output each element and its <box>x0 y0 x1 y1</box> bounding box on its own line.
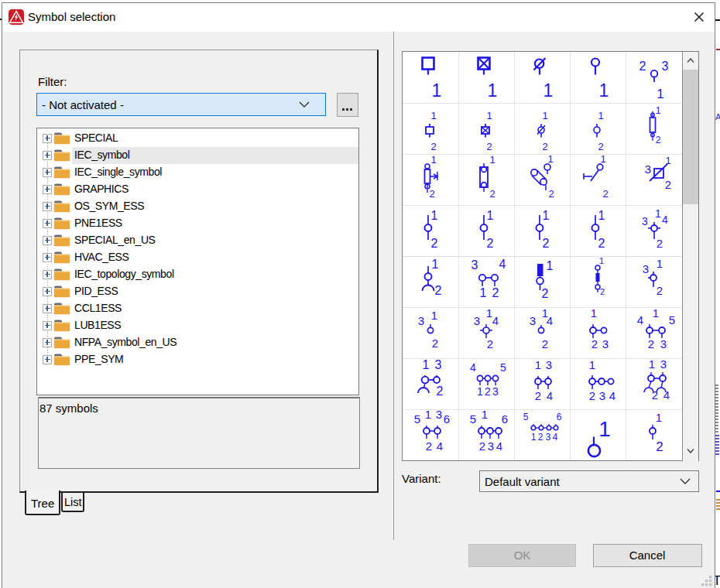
svg-text:1: 1 <box>653 307 659 320</box>
svg-text:1: 1 <box>589 358 595 371</box>
svg-text:2: 2 <box>657 439 663 454</box>
svg-text:4: 4 <box>609 389 615 402</box>
svg-text:2: 2 <box>489 188 495 200</box>
svg-text:2: 2 <box>486 140 492 152</box>
svg-text:2: 2 <box>598 237 605 250</box>
svg-text:5: 5 <box>470 412 476 426</box>
svg-text:3: 3 <box>471 258 478 272</box>
svg-text:4: 4 <box>663 388 670 402</box>
svg-text:1: 1 <box>486 109 492 121</box>
svg-text:1: 1 <box>656 411 662 424</box>
svg-text:2: 2 <box>598 140 603 152</box>
svg-text:2: 2 <box>589 389 595 402</box>
svg-text:6: 6 <box>502 412 508 426</box>
svg-text:1: 1 <box>599 256 604 265</box>
svg-text:4: 4 <box>470 361 476 374</box>
svg-text:1: 1 <box>424 409 430 421</box>
svg-text:1: 1 <box>477 385 483 398</box>
svg-text:1: 1 <box>430 154 436 166</box>
svg-text:1: 1 <box>598 109 603 121</box>
svg-text:5: 5 <box>523 412 529 422</box>
svg-text:1: 1 <box>598 209 605 222</box>
svg-text:3: 3 <box>417 314 423 327</box>
svg-text:2: 2 <box>542 140 547 152</box>
svg-text:5: 5 <box>669 313 675 326</box>
svg-text:1: 1 <box>422 358 429 371</box>
svg-text:2: 2 <box>548 188 554 200</box>
svg-text:2: 2 <box>602 188 608 200</box>
svg-text:1: 1 <box>542 209 549 222</box>
svg-text:2: 2 <box>656 135 661 145</box>
svg-text:2: 2 <box>542 237 549 250</box>
svg-text:1: 1 <box>598 417 611 441</box>
svg-text:3: 3 <box>492 385 499 398</box>
svg-text:2: 2 <box>538 432 543 443</box>
svg-text:3: 3 <box>645 162 651 176</box>
svg-text:2: 2 <box>431 337 437 350</box>
svg-text:1: 1 <box>431 80 441 101</box>
svg-text:2: 2 <box>665 178 671 191</box>
svg-text:4: 4 <box>492 314 499 327</box>
svg-text:1: 1 <box>535 358 541 371</box>
svg-text:2: 2 <box>487 337 493 350</box>
svg-text:2: 2 <box>542 337 548 350</box>
svg-text:3: 3 <box>643 262 649 275</box>
svg-text:1: 1 <box>489 154 495 166</box>
svg-text:1: 1 <box>657 257 663 270</box>
svg-text:1: 1 <box>486 307 492 320</box>
svg-text:2: 2 <box>652 388 658 402</box>
svg-text:1: 1 <box>431 258 438 271</box>
svg-text:2: 2 <box>485 385 491 398</box>
svg-text:3: 3 <box>642 215 648 227</box>
svg-text:3: 3 <box>474 314 480 327</box>
svg-text:2: 2 <box>492 286 499 299</box>
svg-text:1: 1 <box>487 80 497 101</box>
svg-text:1: 1 <box>543 80 553 101</box>
svg-text:2: 2 <box>535 389 541 402</box>
svg-text:1: 1 <box>486 209 493 222</box>
svg-text:1: 1 <box>657 87 664 101</box>
svg-text:3: 3 <box>660 358 667 371</box>
svg-text:1: 1 <box>430 109 436 121</box>
svg-text:1: 1 <box>542 307 548 320</box>
svg-text:4: 4 <box>662 214 668 226</box>
svg-text:2: 2 <box>430 140 436 152</box>
svg-text:1: 1 <box>600 154 605 165</box>
svg-text:2: 2 <box>425 439 431 453</box>
svg-text:4: 4 <box>499 258 506 271</box>
svg-text:1: 1 <box>542 109 547 121</box>
svg-text:1: 1 <box>531 432 537 443</box>
svg-text:4: 4 <box>547 389 553 402</box>
svg-text:4: 4 <box>637 313 643 326</box>
svg-text:3: 3 <box>488 439 494 453</box>
svg-text:3: 3 <box>434 358 441 371</box>
svg-text:2: 2 <box>541 287 548 300</box>
svg-text:1: 1 <box>547 154 553 165</box>
svg-text:2: 2 <box>429 188 434 200</box>
svg-text:2: 2 <box>591 337 598 350</box>
svg-text:1: 1 <box>479 286 486 299</box>
svg-text:4: 4 <box>496 439 502 453</box>
svg-text:2: 2 <box>486 237 493 250</box>
svg-text:3: 3 <box>530 314 536 327</box>
svg-text:5: 5 <box>413 412 420 426</box>
svg-text:3: 3 <box>546 358 552 371</box>
svg-text:6: 6 <box>557 412 562 422</box>
svg-text:1: 1 <box>430 209 437 222</box>
svg-text:2: 2 <box>436 385 443 398</box>
svg-text:1: 1 <box>482 409 488 421</box>
svg-text:3: 3 <box>660 337 667 350</box>
svg-text:4: 4 <box>436 439 442 453</box>
svg-text:3: 3 <box>602 337 609 350</box>
svg-text:2: 2 <box>639 60 646 73</box>
svg-text:3: 3 <box>662 59 669 72</box>
svg-text:3: 3 <box>599 389 605 402</box>
svg-text:2: 2 <box>479 439 485 453</box>
svg-text:1: 1 <box>649 358 655 371</box>
svg-text:5: 5 <box>500 361 506 374</box>
svg-text:2: 2 <box>657 237 663 250</box>
svg-text:1: 1 <box>656 104 661 115</box>
svg-text:2: 2 <box>600 287 605 296</box>
svg-text:4: 4 <box>553 432 558 443</box>
svg-text:1: 1 <box>666 155 671 166</box>
